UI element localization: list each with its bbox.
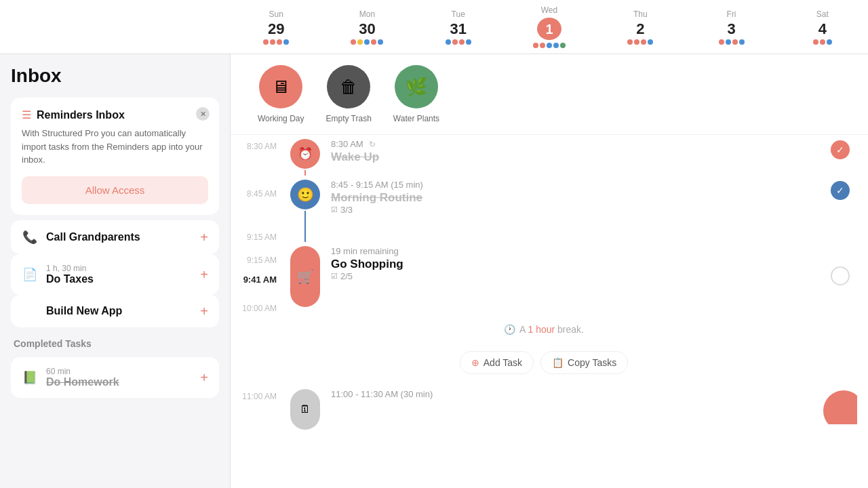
completed-task-do-homework[interactable]: 📗 60 min Do Homework +: [11, 357, 219, 398]
do-taxes-info: 1 h, 30 min Do Taxes: [46, 264, 192, 285]
time-1100: 11:00 AM: [231, 385, 285, 430]
icon-col-shopping: 🛒: [285, 242, 326, 313]
reminders-list-icon: ☰: [22, 108, 31, 121]
cal-day-31[interactable]: Tue31: [413, 0, 504, 54]
call-grandparents-icon: 📞: [22, 230, 38, 245]
event-wake-up[interactable]: 8:30 AM ⏰ 8:30 AM ↻ Wake Up ✓: [231, 135, 857, 176]
reminders-card-title: Reminders Inbox: [37, 109, 125, 121]
reminders-card: ☰ Reminders Inbox ✕ With Structured Pro …: [11, 98, 219, 215]
do-homework-add-button[interactable]: +: [200, 371, 208, 384]
copy-tasks-button[interactable]: 📋 Copy Tasks: [540, 351, 628, 374]
reminders-description: With Structured Pro you can automaticall…: [22, 127, 208, 167]
timeline-content: 8:30 AM ⏰ 8:30 AM ↻ Wake Up ✓: [231, 135, 868, 488]
morning-routine-title: Morning Routine: [331, 191, 818, 205]
task-icons-row: 🖥 Working Day 🗑 Empty Trash 🌿 Water Plan…: [231, 54, 868, 135]
water-plants-label: Water Plants: [393, 114, 439, 123]
shopping-check-button[interactable]: [831, 266, 850, 285]
empty-trash-icon-circle: 🗑: [327, 65, 370, 108]
event-11am[interactable]: 11:00 AM 🗓 11:00 - 11:30 AM (30 min): [231, 385, 857, 430]
call-grandparents-info: Call Grandparents: [46, 231, 192, 243]
time-845: 8:45 AM 9:15 AM: [231, 176, 285, 242]
wake-up-check-button[interactable]: ✓: [831, 140, 850, 159]
connector-line: [304, 170, 306, 176]
wake-up-check: ✓: [823, 135, 857, 176]
working-day-icon-circle: 🖥: [259, 65, 302, 108]
morning-routine-icon: 🙂: [290, 180, 320, 209]
copy-icon: 📋: [552, 357, 564, 368]
main-area: Inbox ☰ Reminders Inbox ✕ With Structure…: [0, 54, 868, 488]
task-icon-working-day[interactable]: 🖥 Working Day: [258, 65, 304, 123]
icon-col-wake-up: ⏰: [285, 135, 326, 176]
11am-body: 11:00 - 11:30 AM (30 min): [326, 385, 823, 430]
time-830: 8:30 AM: [231, 135, 285, 176]
cal-day-29[interactable]: Sun29: [231, 0, 321, 54]
11am-pill: 🗓: [290, 389, 320, 430]
connector-morning: [304, 211, 306, 242]
add-task-button[interactable]: ⊕ Add Task: [460, 351, 534, 374]
morning-routine-check: ✓: [823, 176, 857, 242]
event-morning-routine[interactable]: 8:45 AM 9:15 AM 🙂 8:45 - 9:15 AM (15 min…: [231, 176, 857, 242]
reminders-close-button[interactable]: ✕: [196, 107, 210, 121]
cal-day-3[interactable]: Fri3: [686, 0, 776, 54]
completed-list: 📗 60 min Do Homework +: [11, 357, 219, 398]
cal-day-30[interactable]: Mon30: [321, 0, 412, 54]
morning-routine-body: 8:45 - 9:15 AM (15 min) Morning Routine …: [326, 176, 823, 242]
shopping-pill: 🛒: [290, 246, 320, 307]
water-plants-icon-circle: 🌿: [395, 65, 438, 108]
timeline-area: 🖥 Working Day 🗑 Empty Trash 🌿 Water Plan…: [231, 54, 868, 488]
repeat-icon: ↻: [369, 140, 376, 149]
calendar-bar: Sun29Mon30Tue31Wed1Thu2Fri3Sat4: [0, 0, 868, 54]
icon-col-11: 🗓: [285, 385, 326, 430]
call-grandparents-add-button[interactable]: +: [200, 230, 208, 244]
do-homework-info: 60 min Do Homework: [46, 367, 192, 388]
plus-icon: ⊕: [471, 357, 479, 368]
cal-day-1[interactable]: Wed1: [504, 0, 595, 54]
clock-icon: 🕐: [504, 324, 515, 335]
empty-trash-label: Empty Trash: [326, 114, 371, 123]
event-go-shopping[interactable]: 9:15 AM 9:41 AM 10:00 AM 🛒 19 min remain…: [231, 242, 857, 313]
icon-col-morning: 🙂: [285, 176, 326, 242]
working-day-label: Working Day: [258, 114, 304, 123]
do-taxes-add-button[interactable]: +: [200, 268, 208, 281]
calendar-icon: 🗓: [300, 403, 311, 415]
action-buttons: ⊕ Add Task 📋 Copy Tasks: [231, 346, 857, 385]
go-shopping-check: [823, 242, 857, 313]
wake-up-icon: ⏰: [290, 139, 320, 169]
allow-access-button[interactable]: Allow Access: [22, 176, 208, 204]
sidebar-task-call-grandparents[interactable]: 📞 Call Grandparents +: [11, 220, 219, 254]
partial-salmon-circle: [823, 390, 857, 424]
sidebar: Inbox ☰ Reminders Inbox ✕ With Structure…: [0, 54, 231, 488]
time-915-shopping: 9:15 AM 9:41 AM 10:00 AM: [231, 242, 285, 313]
build-new-app-add-button[interactable]: +: [200, 304, 208, 318]
morning-routine-sub: ☑ 3/3: [331, 205, 818, 215]
do-taxes-icon: 📄: [22, 267, 38, 282]
cal-day-2[interactable]: Thu2: [595, 0, 686, 54]
completed-header: Completed Tasks: [14, 338, 216, 349]
task-list: 📞 Call Grandparents + 📄 1 h, 30 min Do T…: [11, 220, 219, 327]
cal-day-4[interactable]: Sat4: [777, 0, 868, 54]
wake-up-title: Wake Up: [331, 150, 818, 164]
task-icon-water-plants[interactable]: 🌿 Water Plants: [393, 65, 439, 123]
do-homework-icon: 📗: [22, 370, 38, 385]
morning-check-button[interactable]: ✓: [831, 181, 850, 200]
break-row: 🕐 A 1 hour break.: [231, 313, 857, 346]
sidebar-task-build-new-app[interactable]: Build New App +: [11, 295, 219, 327]
go-shopping-title: Go Shopping: [331, 258, 818, 271]
11am-check: [823, 385, 857, 430]
build-new-app-info: Build New App: [46, 305, 192, 317]
wake-up-body: 8:30 AM ↻ Wake Up: [326, 135, 823, 176]
sidebar-task-do-taxes[interactable]: 📄 1 h, 30 min Do Taxes +: [11, 254, 219, 295]
page-title: Inbox: [11, 65, 219, 87]
go-shopping-body: 19 min remaining Go Shopping ☑ 2/5: [326, 242, 823, 313]
task-icon-empty-trash[interactable]: 🗑 Empty Trash: [326, 65, 371, 123]
go-shopping-sub: ☑ 2/5: [331, 271, 818, 281]
